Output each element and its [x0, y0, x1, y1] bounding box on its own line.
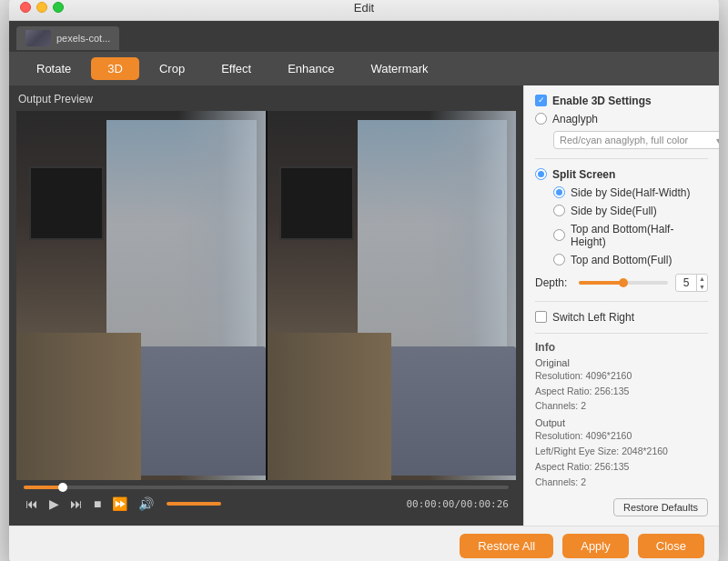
depth-value-box: 5 ▲ ▼	[675, 274, 708, 292]
top-bottom-full-radio[interactable]	[553, 254, 565, 265]
toolbar: Rotate 3D Crop Effect Enhance Watermark	[9, 52, 719, 85]
window-title: Edit	[354, 1, 374, 15]
tab-effect[interactable]: Effect	[205, 57, 268, 80]
progress-bar-fill	[24, 486, 63, 489]
switch-left-right-row: Switch Left Right	[535, 311, 708, 324]
main-content: Output Preview	[9, 85, 719, 526]
tab-enhance[interactable]: Enhance	[271, 57, 350, 80]
minimize-button[interactable]	[36, 2, 47, 13]
split-screen-row: Split Screen	[535, 168, 708, 181]
side-by-side-half-radio[interactable]	[553, 186, 565, 198]
tab-watermark[interactable]: Watermark	[354, 57, 444, 80]
original-resolution: Resolution: 4096*2160	[535, 368, 708, 384]
tv-right	[279, 166, 354, 240]
side-by-side-half-label: Side by Side(Half-Width)	[571, 186, 690, 199]
enable-3d-checkbox[interactable]	[535, 95, 547, 106]
controls-row: ⏮ ▶ ⏭ ■ ⏩ 🔊 00:00:00/00:00:26	[24, 495, 509, 513]
output-aspect: Aspect Ratio: 256:135	[535, 459, 708, 475]
main-window: Edit pexels-cot... Rotate 3D Crop Effect…	[9, 0, 719, 561]
info-title: Info	[535, 341, 708, 354]
tab-rotate[interactable]: Rotate	[20, 57, 87, 80]
traffic-lights	[20, 2, 64, 13]
preview-frame-right	[268, 111, 517, 481]
restore-all-button[interactable]: Restore All	[460, 534, 553, 558]
close-button[interactable]	[20, 2, 31, 13]
maximize-button[interactable]	[53, 2, 64, 13]
anaglyph-dropdown-wrapper: Red/cyan anaglyph, full color ▾	[553, 131, 719, 149]
close-button-bottom[interactable]: Close	[638, 534, 704, 558]
settings-panel: Enable 3D Settings Anaglyph Red/cyan ana…	[523, 85, 719, 526]
depth-decrement[interactable]: ▼	[697, 283, 707, 291]
switch-left-right-checkbox[interactable]	[535, 311, 547, 323]
file-tab-bar: pexels-cot...	[9, 21, 719, 52]
side-by-side-half-row: Side by Side(Half-Width)	[553, 186, 708, 199]
stop-button[interactable]: ■	[92, 495, 103, 513]
sofa-left	[128, 346, 265, 476]
sofa-right	[379, 346, 516, 476]
original-channels: Channels: 2	[535, 398, 708, 414]
playback-controls: ⏮ ▶ ⏭ ■ ⏩ 🔊 00:00:00/00:00:26	[16, 480, 516, 518]
output-label: Output	[535, 417, 708, 428]
top-bottom-half-row: Top and Bottom(Half-Height)	[553, 223, 708, 248]
apply-button[interactable]: Apply	[562, 534, 629, 558]
play-button[interactable]: ▶	[47, 495, 61, 513]
file-tab[interactable]: pexels-cot...	[16, 26, 119, 50]
info-section: Info Original Resolution: 4096*2160 Aspe…	[535, 333, 708, 490]
depth-spinner: ▲ ▼	[696, 275, 707, 291]
top-bottom-full-row: Top and Bottom(Full)	[553, 254, 708, 266]
next-frame-button[interactable]: ⏩	[110, 495, 129, 513]
room-scene-left	[16, 111, 266, 481]
output-channels: Channels: 2	[535, 475, 708, 490]
original-aspect: Aspect Ratio: 256:135	[535, 384, 708, 399]
title-bar: Edit	[9, 0, 719, 21]
divider-1	[535, 158, 708, 159]
side-by-side-full-label: Side by Side(Full)	[571, 205, 657, 217]
video-preview-area	[16, 111, 516, 481]
top-bottom-half-radio[interactable]	[553, 229, 565, 241]
preview-frame-left	[16, 111, 266, 481]
restore-defaults-row: Restore Defaults	[535, 498, 708, 516]
progress-bar[interactable]	[24, 486, 509, 489]
time-display: 00:00:00/00:00:26	[406, 498, 509, 510]
side-by-side-full-row: Side by Side(Full)	[553, 205, 708, 217]
volume-slider[interactable]	[167, 502, 221, 506]
room-scene-right	[268, 111, 517, 481]
original-label: Original	[535, 357, 708, 368]
skip-back-button[interactable]: ⏮	[24, 495, 40, 513]
output-resolution: Resolution: 4096*2160	[535, 428, 708, 444]
depth-slider-thumb	[619, 278, 628, 287]
tab-3d[interactable]: 3D	[91, 57, 139, 80]
switch-left-right-label: Switch Left Right	[552, 311, 634, 324]
depth-row: Depth: 5 ▲ ▼	[535, 274, 708, 292]
bottom-bar: Restore All Apply Close	[9, 526, 719, 561]
tab-crop[interactable]: Crop	[143, 57, 201, 80]
restore-defaults-button[interactable]: Restore Defaults	[613, 498, 708, 516]
file-tab-thumbnail	[25, 30, 51, 46]
tv-left	[29, 166, 104, 240]
enable-3d-label: Enable 3D Settings	[552, 95, 652, 107]
depth-label: Depth:	[535, 276, 571, 289]
file-tab-thumb-inner	[25, 30, 51, 46]
split-screen-label: Split Screen	[552, 168, 615, 181]
progress-dot	[58, 483, 67, 492]
output-eye-size: Left/Right Eye Size: 2048*2160	[535, 444, 708, 459]
file-tab-label: pexels-cot...	[56, 33, 110, 44]
anaglyph-radio[interactable]	[535, 113, 547, 125]
divider-2	[535, 301, 708, 302]
depth-slider-fill	[579, 281, 623, 285]
depth-increment[interactable]: ▲	[697, 275, 707, 283]
top-bottom-half-label: Top and Bottom(Half-Height)	[571, 223, 708, 248]
depth-value: 5	[676, 275, 696, 291]
top-bottom-full-label: Top and Bottom(Full)	[571, 254, 672, 266]
anaglyph-label: Anaglyph	[552, 113, 598, 125]
volume-icon[interactable]: 🔊	[136, 495, 156, 513]
split-screen-radio[interactable]	[535, 168, 547, 180]
anaglyph-dropdown[interactable]: Red/cyan anaglyph, full color	[553, 131, 719, 149]
enable-3d-row: Enable 3D Settings	[535, 95, 708, 107]
side-by-side-full-radio[interactable]	[553, 205, 565, 216]
preview-label: Output Preview	[16, 93, 516, 105]
depth-slider[interactable]	[579, 281, 668, 285]
anaglyph-row: Anaglyph	[535, 113, 708, 125]
preview-section: Output Preview	[9, 85, 523, 526]
skip-forward-button[interactable]: ⏭	[68, 495, 85, 513]
